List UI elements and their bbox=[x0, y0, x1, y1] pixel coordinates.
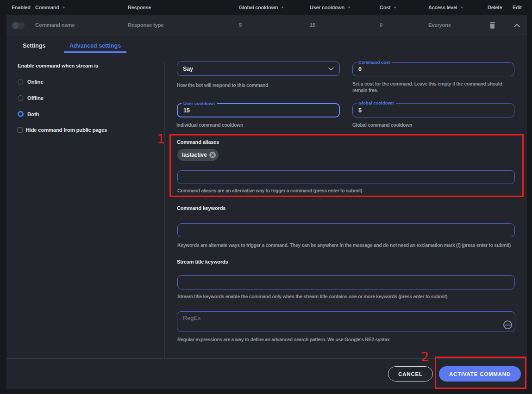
column-cost[interactable]: Cost▲ bbox=[380, 0, 397, 15]
regex-input[interactable] bbox=[177, 312, 515, 332]
sort-asc-icon: ▲ bbox=[281, 6, 284, 9]
command-cost-label: Command cost bbox=[357, 60, 392, 65]
active-tab-indicator bbox=[64, 51, 126, 53]
response-type-value: Say bbox=[177, 62, 339, 75]
trash-icon bbox=[489, 22, 495, 29]
tab-settings[interactable]: Settings bbox=[23, 40, 45, 52]
command-keywords-helper: Keywords are alternate ways to trigger a… bbox=[177, 242, 511, 249]
column-user-cooldown[interactable]: User cooldown▲ bbox=[310, 0, 351, 15]
cell-command-name: Command name bbox=[35, 15, 75, 35]
column-enabled: Enabled bbox=[12, 0, 31, 15]
user-cooldown-helper: Individual command cooldown bbox=[176, 122, 243, 129]
activate-command-button[interactable]: ACTIVATE COMMAND bbox=[439, 366, 521, 382]
column-edit: Edit bbox=[513, 0, 522, 15]
collapse-row-button[interactable] bbox=[511, 19, 523, 31]
stream-title-keywords-helper: Stream title keywords enable the command… bbox=[177, 294, 447, 300]
command-editor-screen: Enabled Command▲ Response Global cooldow… bbox=[0, 0, 532, 394]
command-cost-input[interactable] bbox=[353, 63, 514, 76]
tab-advanced-settings[interactable]: Advanced settings bbox=[69, 40, 121, 52]
global-cooldown-field[interactable]: Global cooldown bbox=[352, 103, 514, 117]
global-cooldown-label: Global cooldown bbox=[357, 100, 396, 105]
radio-offline[interactable]: Offline bbox=[18, 93, 44, 103]
column-response: Response bbox=[128, 0, 151, 15]
stream-title-keywords-field[interactable] bbox=[177, 275, 515, 289]
stream-title-keywords-input[interactable] bbox=[178, 276, 514, 289]
global-cooldown-helper: Global command cooldown bbox=[352, 122, 412, 129]
chevron-up-icon bbox=[514, 24, 520, 27]
command-aliases-helper: Command aliases are an alternative way t… bbox=[177, 188, 362, 194]
delete-command-button[interactable] bbox=[486, 19, 498, 31]
alias-chip: lastactive bbox=[177, 149, 219, 161]
response-type-select[interactable]: Say bbox=[177, 62, 340, 76]
enabled-toggle[interactable] bbox=[12, 22, 25, 29]
regex-field[interactable] bbox=[177, 311, 515, 332]
command-keywords-label: Command keywords bbox=[177, 205, 225, 211]
regex-helper: Regular expressions are a way to define … bbox=[177, 337, 389, 343]
column-delete: Delete bbox=[488, 0, 502, 15]
hide-command-checkbox[interactable]: Hide command from public pages bbox=[17, 125, 107, 135]
column-access-level[interactable]: Access level▲ bbox=[428, 0, 463, 15]
command-aliases-field[interactable] bbox=[177, 170, 515, 184]
command-aliases-input[interactable] bbox=[178, 171, 514, 184]
checkbox-icon bbox=[17, 127, 23, 133]
chevron-down-icon bbox=[328, 67, 334, 71]
cell-access-level: Everyone bbox=[428, 15, 451, 35]
sort-asc-icon: ▲ bbox=[62, 6, 66, 9]
toggle-thumb bbox=[12, 22, 19, 29]
sort-asc-icon: ▲ bbox=[347, 6, 351, 9]
cancel-button[interactable]: CANCEL bbox=[388, 366, 433, 382]
sort-asc-icon: ▲ bbox=[393, 6, 397, 9]
command-cost-field[interactable]: Command cost bbox=[352, 62, 514, 76]
panel-divider bbox=[164, 62, 165, 358]
cell-global-cooldown: 5 bbox=[239, 15, 242, 35]
radio-online[interactable]: Online bbox=[18, 77, 44, 86]
cell-user-cooldown: 15 bbox=[310, 15, 315, 35]
command-keywords-field[interactable] bbox=[177, 223, 515, 237]
global-cooldown-input[interactable] bbox=[353, 104, 514, 117]
user-cooldown-field[interactable]: User cooldown bbox=[177, 103, 340, 117]
radio-icon bbox=[18, 95, 23, 101]
sort-asc-icon: ▲ bbox=[460, 6, 463, 9]
command-keywords-input[interactable] bbox=[178, 224, 514, 237]
footer-divider bbox=[6, 358, 527, 359]
stream-state-label: Enable command when stream is bbox=[18, 63, 98, 68]
command-aliases-label: Command aliases bbox=[177, 139, 219, 145]
remove-alias-button[interactable] bbox=[209, 152, 216, 159]
radio-checked-icon bbox=[18, 111, 24, 117]
column-command[interactable]: Command▲ bbox=[35, 0, 65, 15]
command-cost-helper: Set a cost for the command. Leave this e… bbox=[352, 81, 507, 93]
column-global-cooldown[interactable]: Global cooldown▲ bbox=[239, 0, 284, 15]
radio-both[interactable]: Both bbox=[18, 109, 39, 119]
cell-cost: 0 bbox=[380, 15, 382, 35]
user-cooldown-label: User cooldown bbox=[182, 101, 217, 106]
regex-counter-badge: 100 bbox=[503, 320, 512, 329]
user-cooldown-input[interactable] bbox=[178, 104, 339, 117]
close-icon bbox=[211, 153, 214, 157]
stream-title-keywords-label: Stream title keywords bbox=[177, 259, 228, 265]
cell-response-type: Response type bbox=[128, 15, 163, 35]
response-type-helper: How the bot will respond to this command bbox=[177, 82, 268, 89]
alias-chip-text: lastactive bbox=[182, 152, 207, 158]
radio-icon bbox=[18, 79, 23, 85]
